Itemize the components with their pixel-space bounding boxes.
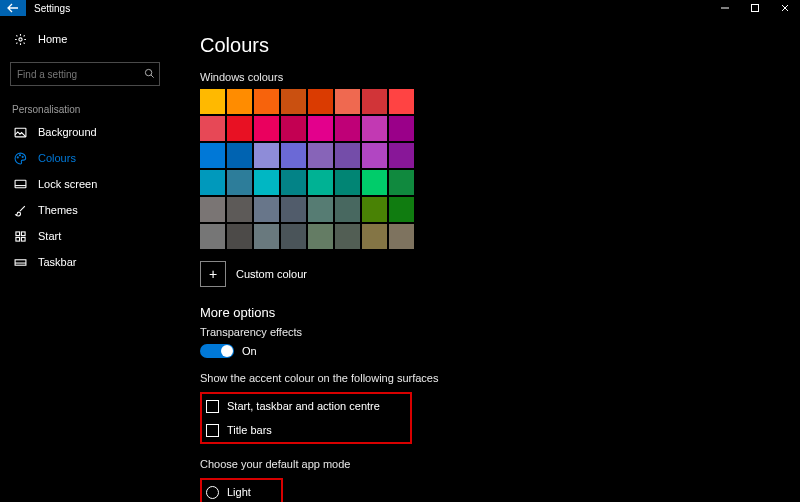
svg-point-3 [145, 69, 151, 75]
home-label: Home [38, 33, 67, 45]
colour-swatch[interactable] [254, 170, 279, 195]
svg-rect-12 [21, 231, 25, 235]
colour-swatch[interactable] [389, 197, 414, 222]
back-arrow-icon [7, 3, 19, 13]
search-input[interactable] [17, 69, 144, 80]
colour-swatch[interactable] [335, 224, 360, 249]
colour-swatch[interactable] [335, 197, 360, 222]
taskbar-icon [12, 258, 28, 267]
colour-swatch[interactable] [254, 116, 279, 141]
colour-swatch[interactable] [281, 197, 306, 222]
palette-icon [12, 152, 28, 165]
colour-swatch[interactable] [227, 170, 252, 195]
colour-swatch[interactable] [200, 170, 225, 195]
colour-swatch[interactable] [200, 197, 225, 222]
start-icon [12, 231, 28, 242]
close-icon [780, 3, 790, 13]
colour-swatch[interactable] [254, 224, 279, 249]
custom-colour-label: Custom colour [236, 268, 307, 280]
colour-swatch[interactable] [200, 116, 225, 141]
sidebar-item-background[interactable]: Background [0, 119, 170, 145]
colour-swatch[interactable] [335, 89, 360, 114]
colour-swatch[interactable] [308, 224, 333, 249]
svg-rect-9 [15, 180, 26, 188]
sidebar-item-label: Taskbar [38, 256, 77, 268]
sidebar-item-label: Background [38, 126, 97, 138]
svg-point-8 [22, 156, 23, 157]
swatch-grid-label: Windows colours [200, 71, 800, 83]
colour-swatch[interactable] [335, 170, 360, 195]
sidebar-item-lock-screen[interactable]: Lock screen [0, 171, 170, 197]
checkbox-icon [206, 400, 219, 413]
svg-line-4 [151, 74, 154, 77]
custom-colour-button[interactable]: + [200, 261, 226, 287]
colour-swatch[interactable] [389, 89, 414, 114]
colour-swatch[interactable] [362, 170, 387, 195]
app-mode-group: Light Dark [200, 478, 283, 502]
page-title: Colours [200, 34, 800, 57]
colour-swatch[interactable] [308, 89, 333, 114]
window-title: Settings [34, 3, 70, 14]
colour-swatch[interactable] [389, 224, 414, 249]
colour-swatch[interactable] [254, 197, 279, 222]
search-icon [144, 68, 155, 81]
svg-point-6 [17, 156, 18, 157]
colour-swatch[interactable] [308, 197, 333, 222]
search-box[interactable] [10, 62, 160, 86]
colour-swatch[interactable] [362, 224, 387, 249]
colour-swatch[interactable] [227, 143, 252, 168]
colour-swatch[interactable] [200, 143, 225, 168]
colour-swatch[interactable] [362, 143, 387, 168]
colour-swatch[interactable] [389, 170, 414, 195]
colour-swatch[interactable] [308, 170, 333, 195]
svg-rect-13 [15, 237, 19, 241]
transparency-toggle[interactable] [200, 344, 234, 358]
radio-light[interactable]: Light [206, 482, 251, 502]
colour-swatch[interactable] [281, 143, 306, 168]
colour-swatch[interactable] [335, 116, 360, 141]
maximize-button[interactable] [740, 0, 770, 16]
transparency-label: Transparency effects [200, 326, 800, 338]
more-options-heading: More options [200, 305, 800, 320]
picture-icon [12, 127, 28, 138]
minimize-button[interactable] [710, 0, 740, 16]
colour-swatch[interactable] [362, 116, 387, 141]
sidebar-item-colours[interactable]: Colours [0, 145, 170, 171]
accent-surfaces-label: Show the accent colour on the following … [200, 372, 800, 384]
colour-swatch[interactable] [335, 143, 360, 168]
main-content: Colours Windows colours + Custom colour … [170, 16, 800, 502]
colour-swatch[interactable] [281, 224, 306, 249]
colour-swatch[interactable] [362, 89, 387, 114]
colour-swatch[interactable] [362, 197, 387, 222]
colour-swatch[interactable] [389, 116, 414, 141]
colour-swatch[interactable] [254, 89, 279, 114]
colour-swatch[interactable] [254, 143, 279, 168]
svg-rect-1 [752, 5, 759, 12]
home-button[interactable]: Home [0, 26, 170, 52]
window-controls [710, 0, 800, 16]
colour-swatch[interactable] [200, 89, 225, 114]
colour-swatch[interactable] [227, 197, 252, 222]
back-button[interactable] [0, 0, 26, 16]
colour-swatch[interactable] [389, 143, 414, 168]
sidebar-item-themes[interactable]: Themes [0, 197, 170, 223]
colour-swatch[interactable] [308, 116, 333, 141]
sidebar-item-taskbar[interactable]: Taskbar [0, 249, 170, 275]
sidebar-item-label: Themes [38, 204, 78, 216]
sidebar-item-label: Lock screen [38, 178, 97, 190]
colour-swatch[interactable] [281, 89, 306, 114]
checkbox-label: Title bars [227, 424, 272, 436]
sidebar-item-start[interactable]: Start [0, 223, 170, 249]
colour-swatch[interactable] [227, 89, 252, 114]
colour-swatch[interactable] [227, 116, 252, 141]
colour-swatch[interactable] [281, 170, 306, 195]
colour-swatch[interactable] [308, 143, 333, 168]
colour-swatch[interactable] [200, 224, 225, 249]
colour-swatch[interactable] [227, 224, 252, 249]
colour-swatch[interactable] [281, 116, 306, 141]
svg-point-2 [18, 37, 21, 40]
close-button[interactable] [770, 0, 800, 16]
section-label: Personalisation [0, 96, 170, 119]
checkbox-title-bars[interactable]: Title bars [206, 420, 380, 440]
checkbox-start-taskbar[interactable]: Start, taskbar and action centre [206, 396, 380, 416]
